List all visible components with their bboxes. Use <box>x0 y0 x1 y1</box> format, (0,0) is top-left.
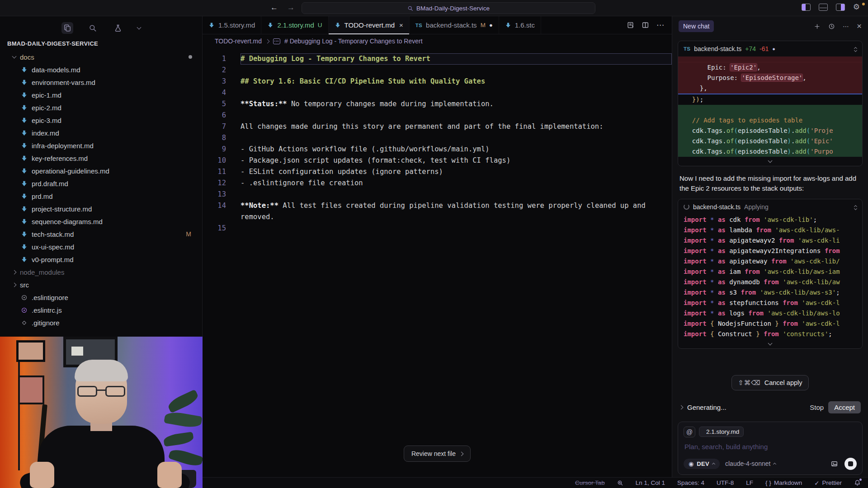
collapse-expand-icon[interactable] <box>854 46 857 52</box>
breadcrumb-symbol[interactable]: # Debugging Log - Temporary Changes to R… <box>284 38 423 45</box>
accept-button[interactable]: Accept <box>828 401 861 413</box>
editor-line[interactable]: 11- ESLint configuration updates (ignore… <box>203 166 672 178</box>
editor-line[interactable]: 6 <box>203 110 672 121</box>
tree-item-node-modules[interactable]: node_modules <box>0 266 202 278</box>
editor-line[interactable]: 13 <box>203 189 672 200</box>
tree-item-sequence-diagrams-md[interactable]: sequence-diagrams.md <box>0 215 202 228</box>
stop-button[interactable]: Stop <box>810 404 824 411</box>
statusbar-zoom-indicator[interactable] <box>617 480 623 486</box>
editor-line[interactable]: 15 <box>203 223 672 234</box>
stop-generation-button[interactable] <box>844 458 857 470</box>
tree-item-key-references-md[interactable]: key-references.md <box>0 152 202 164</box>
tree-item-environment-vars-md[interactable]: environment-vars.md <box>0 76 202 89</box>
editor-line[interactable]: 14**Note:** All test files created durin… <box>203 200 672 223</box>
editor-line[interactable]: 3## Story 1.6: Basic CI/CD Pipeline Stub… <box>203 76 672 87</box>
more-actions-icon[interactable]: ⋯ <box>656 20 665 30</box>
apply-code: import * as cdk from 'aws-cdk-lib';impor… <box>678 215 862 339</box>
statusbar-cursor-tab-toggle[interactable]: Cursor Tab <box>575 479 605 486</box>
editor-line[interactable]: 2 <box>203 65 672 76</box>
editor-line[interactable]: 9- GitHub Actions workflow file (.github… <box>203 144 672 155</box>
history-icon[interactable] <box>828 23 835 30</box>
statusbar-encoding[interactable]: UTF-8 <box>717 479 734 486</box>
apply-file-name[interactable]: backend-stack.ts <box>693 203 741 211</box>
tab-2-1-story-md[interactable]: 2.1.story.mdU <box>261 16 328 34</box>
close-tab-icon[interactable]: × <box>399 21 403 29</box>
editor-line[interactable]: 12- .eslintignore file creation <box>203 178 672 189</box>
chat-input[interactable]: Plan, search, build anything <box>684 443 856 450</box>
line-content <box>241 65 672 76</box>
tree-item-epic-1-md[interactable]: epic-1.md <box>0 89 202 101</box>
tree-item-gitignore[interactable]: .gitignore <box>0 316 202 329</box>
expand-diff-button[interactable] <box>678 157 862 166</box>
tree-item-infra-deployment-md[interactable]: infra-deployment.md <box>0 139 202 152</box>
back-button[interactable]: ← <box>270 3 278 12</box>
toggle-left-sidebar-icon[interactable] <box>802 4 811 11</box>
editor-line[interactable]: 10- Package.json script updates (format:… <box>203 155 672 166</box>
attach-image-icon[interactable] <box>830 460 838 468</box>
search-icon[interactable] <box>87 22 99 34</box>
markdown-file-icon <box>21 244 28 250</box>
tree-item-ux-ui-spec-md[interactable]: ux-ui-spec.md <box>0 240 202 253</box>
apply-card: backend-stack.ts Applying import * as cd… <box>678 199 863 349</box>
diff-file-name[interactable]: backend-stack.ts <box>694 45 741 52</box>
tree-item-prd-md[interactable]: prd.md <box>0 190 202 202</box>
breadcrumb[interactable]: TODO-revert.md # Debugging Log - Tempora… <box>203 34 672 48</box>
tab-1-5-story-md[interactable]: 1.5.story.md <box>203 16 261 34</box>
collapse-expand-icon[interactable] <box>854 204 857 210</box>
more-icon[interactable]: ⋯ <box>843 23 849 30</box>
statusbar-formatter[interactable]: ✓Prettier <box>814 479 842 487</box>
tree-item-index-md[interactable]: index.md <box>0 127 202 139</box>
tree-item-data-models-md[interactable]: data-models.md <box>0 63 202 76</box>
tree-item-tech-stack-md[interactable]: tech-stack.mdM <box>0 228 202 240</box>
new-chat-icon[interactable] <box>814 23 821 30</box>
copy-files-icon[interactable] <box>61 22 73 34</box>
tree-item-epic-2-md[interactable]: epic-2.md <box>0 101 202 114</box>
review-next-file-button[interactable]: Review next file <box>404 446 471 462</box>
command-search-box[interactable]: BMad-Daily-Digest-Service <box>302 2 595 14</box>
tree-item-v0-prompt-md[interactable]: v0-prompt.md <box>0 253 202 266</box>
editor-line[interactable]: 1# Debugging Log - Temporary Changes to … <box>203 53 672 65</box>
code-area[interactable]: 1# Debugging Log - Temporary Changes to … <box>203 48 672 234</box>
editor-line[interactable]: 5**Status:** No temporary changes made d… <box>203 99 672 110</box>
statusbar-notifications[interactable] <box>854 479 861 486</box>
breadcrumb-file[interactable]: TODO-revert.md <box>215 38 262 45</box>
tree-item-docs[interactable]: docs <box>0 51 202 63</box>
statusbar-language-mode[interactable]: { }Markdown <box>765 479 802 486</box>
open-changes-icon[interactable] <box>627 21 634 29</box>
code-line: import { NodejsFunction } from 'aws-cdk-… <box>678 319 862 329</box>
expand-code-button[interactable] <box>678 339 862 348</box>
chevron-down-icon[interactable] <box>137 25 142 30</box>
close-panel-icon[interactable]: × <box>857 23 862 29</box>
tree-item-project-structure-md[interactable]: project-structure.md <box>0 202 202 215</box>
tree-item-operational-guidelines-md[interactable]: operational-guidelines.md <box>0 164 202 177</box>
context-file-pill[interactable]: 2.1.story.md <box>699 427 744 437</box>
tab-backend-stack-ts[interactable]: TSbackend-stack.tsM● <box>410 16 499 34</box>
cancel-apply-button[interactable]: ⇧⌘⌫ Cancel apply <box>731 375 809 390</box>
statusbar-eol[interactable]: LF <box>746 479 753 486</box>
line-content: - ESLint configuration updates (ignore p… <box>241 166 672 178</box>
chat-input-card[interactable]: @ 2.1.story.md Plan, search, build anyth… <box>678 422 863 475</box>
tree-item-eslintignore[interactable]: .eslintignore <box>0 291 202 304</box>
tree-item-src[interactable]: src <box>0 278 202 291</box>
toggle-right-sidebar-icon[interactable] <box>836 4 845 11</box>
model-selector[interactable]: claude-4-sonnet <box>725 460 776 467</box>
chevron-right-icon[interactable] <box>679 405 684 409</box>
add-context-button[interactable]: @ <box>684 427 695 437</box>
statusbar-indentation[interactable]: Spaces: 4 <box>677 479 704 486</box>
editor-line[interactable]: 7All changes made during this story are … <box>203 121 672 132</box>
statusbar-cursor-position[interactable]: Ln 1, Col 1 <box>636 479 665 486</box>
tree-item-prd-draft-md[interactable]: prd.draft.md <box>0 177 202 190</box>
toggle-panel-icon[interactable] <box>819 4 828 11</box>
tree-item-eslintrc-js[interactable]: .eslintrc.js <box>0 304 202 316</box>
tab-1-6-stc[interactable]: 1.6.stc <box>499 16 541 34</box>
mode-selector[interactable]: ◉ DEV <box>684 459 720 469</box>
statusbar-label: Ln 1, Col 1 <box>636 479 665 486</box>
split-editor-icon[interactable] <box>642 21 649 29</box>
tree-item-epic-3-md[interactable]: epic-3.md <box>0 114 202 127</box>
tab-todo-revert-md[interactable]: TODO-revert.md× <box>329 16 410 34</box>
flask-icon[interactable] <box>112 22 124 34</box>
gear-icon[interactable]: ⚙ <box>853 4 860 11</box>
forward-button[interactable]: → <box>287 3 295 12</box>
editor-line[interactable]: 8 <box>203 132 672 144</box>
editor-line[interactable]: 4 <box>203 87 672 99</box>
